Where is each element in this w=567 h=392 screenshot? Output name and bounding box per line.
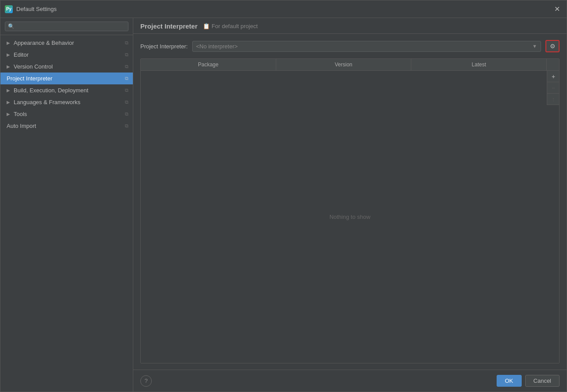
help-button[interactable]: ? [140, 375, 152, 387]
title-bar-left: Py Default Settings [5, 5, 57, 13]
main-content: 🔍 ▶ Appearance & Behavior ⧉ ▶ [0, 18, 567, 392]
right-panel: Project Interpreter 📋 For default projec… [133, 18, 567, 392]
search-bar: 🔍 [0, 18, 133, 35]
sidebar-item-build[interactable]: ▶ Build, Execution, Deployment ⧉ [0, 84, 133, 96]
arrow-icon: ▶ [7, 40, 10, 45]
nav-item-left: ▶ Appearance & Behavior [7, 40, 74, 46]
sidebar-item-label: Editor [14, 51, 29, 58]
close-button[interactable]: ✕ [551, 3, 563, 15]
nav-item-left: ▶ Languages & Frameworks [7, 99, 80, 105]
sidebar-item-appearance[interactable]: ▶ Appearance & Behavior ⧉ [0, 37, 133, 49]
sidebar-item-label: Tools [14, 111, 27, 117]
table-body: Nothing to show + − ↑ [141, 71, 559, 363]
sidebar: 🔍 ▶ Appearance & Behavior ⧉ ▶ [0, 18, 133, 392]
copy-icon: ⧉ [125, 64, 128, 69]
footer-left: ? [140, 375, 152, 387]
default-settings-window: Py Default Settings ✕ 🔍 ▶ Appearance & B… [0, 0, 567, 392]
nav-item-left: ▶ Build, Execution, Deployment [7, 87, 88, 94]
panel-title: Project Interpreter [140, 22, 198, 30]
empty-message: Nothing to show [329, 214, 370, 220]
copy-icon: ⧉ [125, 123, 128, 129]
sidebar-item-version-control[interactable]: ▶ Version Control ⧉ [0, 61, 133, 73]
sidebar-item-label: Version Control [14, 63, 53, 70]
table-header: Package Version Latest [141, 59, 559, 71]
arrow-icon: ▶ [7, 88, 10, 93]
nav-item-left: ▶ Version Control [7, 63, 53, 70]
copy-icon: ⧉ [125, 52, 128, 58]
sidebar-item-project-interpreter[interactable]: Project Interpreter ⧉ [0, 73, 133, 84]
nav-item-left: Project Interpreter [7, 75, 52, 82]
subtitle-text: For default project [212, 23, 258, 29]
sidebar-item-tools[interactable]: ▶ Tools ⧉ [0, 108, 133, 120]
sidebar-item-label: Project Interpreter [7, 75, 52, 82]
window-title: Default Settings [16, 6, 57, 12]
arrow-icon: ▶ [7, 52, 10, 57]
search-input-wrap[interactable]: 🔍 [5, 22, 128, 31]
arrow-icon: ▶ [7, 64, 10, 69]
gear-icon: ⚙ [550, 43, 556, 50]
title-bar: Py Default Settings ✕ [0, 0, 567, 18]
add-package-button[interactable]: + [547, 71, 560, 82]
ok-button[interactable]: OK [497, 375, 522, 387]
nav-items: ▶ Appearance & Behavior ⧉ ▶ Editor ⧉ [0, 35, 133, 392]
column-version: Version [276, 59, 412, 70]
dropdown-arrow-icon: ▼ [532, 44, 537, 49]
interpreter-value: <No interpreter> [196, 43, 238, 50]
search-input[interactable] [16, 23, 125, 29]
panel-header: Project Interpreter 📋 For default projec… [133, 18, 567, 34]
table-actions: + − ↑ [547, 71, 560, 105]
upgrade-package-button[interactable]: ↑ [547, 94, 560, 105]
package-table: Package Version Latest Nothing to show +… [140, 58, 560, 363]
sidebar-item-label: Auto Import [7, 123, 36, 129]
app-icon: Py [5, 5, 13, 13]
footer-right: OK Cancel [497, 375, 560, 387]
interpreter-settings-button[interactable]: ⚙ [545, 40, 560, 52]
help-icon: ? [144, 377, 147, 384]
remove-package-button[interactable]: − [547, 82, 560, 94]
copy-icon: ⧉ [125, 111, 128, 117]
sidebar-item-label: Build, Execution, Deployment [14, 87, 88, 94]
arrow-icon: ▶ [7, 112, 10, 116]
sidebar-item-editor[interactable]: ▶ Editor ⧉ [0, 49, 133, 61]
interpreter-row: Project Interpreter: <No interpreter> ▼ … [140, 40, 560, 52]
panel-subtitle: 📋 For default project [203, 23, 258, 29]
column-package: Package [141, 59, 276, 70]
sidebar-item-auto-import[interactable]: Auto Import ⧉ [0, 120, 133, 132]
sidebar-item-label: Appearance & Behavior [14, 40, 74, 46]
subtitle-icon: 📋 [203, 23, 210, 29]
nav-item-left: Auto Import [7, 123, 36, 129]
column-latest: Latest [411, 59, 547, 70]
nav-item-left: ▶ Editor [7, 51, 29, 58]
footer: ? OK Cancel [133, 370, 567, 392]
copy-icon: ⧉ [125, 99, 128, 105]
copy-icon: ⧉ [125, 76, 128, 81]
nav-item-left: ▶ Tools [7, 111, 27, 117]
panel-body: Project Interpreter: <No interpreter> ▼ … [133, 34, 567, 370]
interpreter-dropdown[interactable]: <No interpreter> ▼ [192, 41, 541, 52]
cancel-button[interactable]: Cancel [525, 375, 560, 387]
copy-icon: ⧉ [125, 87, 128, 93]
arrow-icon: ▶ [7, 100, 10, 105]
sidebar-item-label: Languages & Frameworks [14, 99, 80, 105]
copy-icon: ⧉ [125, 40, 128, 46]
interpreter-label: Project Interpreter: [140, 43, 188, 50]
search-icon: 🔍 [8, 23, 15, 29]
sidebar-item-languages[interactable]: ▶ Languages & Frameworks ⧉ [0, 96, 133, 108]
